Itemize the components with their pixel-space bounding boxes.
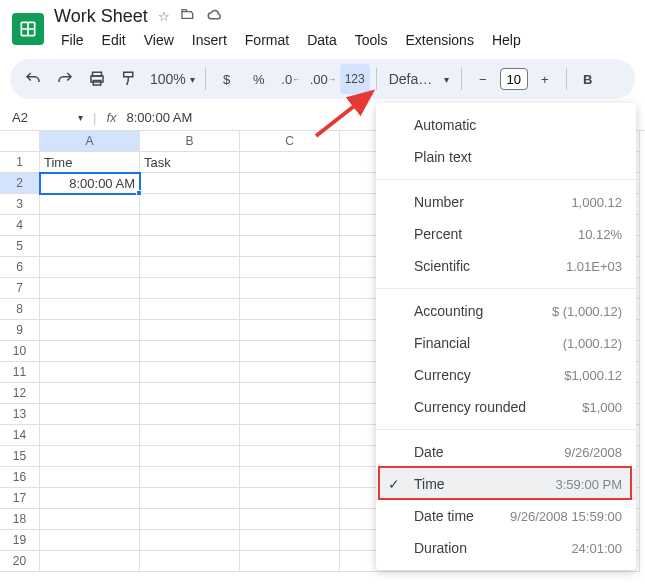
cell-C7[interactable] bbox=[240, 278, 340, 299]
col-head-C[interactable]: C bbox=[240, 131, 340, 152]
format-option-automatic[interactable]: Automatic bbox=[376, 109, 636, 141]
doc-title[interactable]: Work Sheet bbox=[54, 6, 148, 27]
cell-A2[interactable]: 8:00:00 AM bbox=[40, 173, 140, 194]
cell-B16[interactable] bbox=[140, 467, 240, 488]
cell-C15[interactable] bbox=[240, 446, 340, 467]
percent-button[interactable]: % bbox=[244, 64, 274, 94]
format-option-accounting[interactable]: Accounting$ (1,000.12) bbox=[376, 295, 636, 327]
menu-tools[interactable]: Tools bbox=[348, 29, 395, 51]
cell-B3[interactable] bbox=[140, 194, 240, 215]
format-option-financial[interactable]: Financial(1,000.12) bbox=[376, 327, 636, 359]
cell-B8[interactable] bbox=[140, 299, 240, 320]
row-head-1[interactable]: 1 bbox=[0, 152, 40, 173]
currency-button[interactable]: $ bbox=[212, 64, 242, 94]
row-head-17[interactable]: 17 bbox=[0, 488, 40, 509]
menu-edit[interactable]: Edit bbox=[95, 29, 133, 51]
cell-B13[interactable] bbox=[140, 404, 240, 425]
row-head-11[interactable]: 11 bbox=[0, 362, 40, 383]
cell-C4[interactable] bbox=[240, 215, 340, 236]
row-head-15[interactable]: 15 bbox=[0, 446, 40, 467]
cell-C16[interactable] bbox=[240, 467, 340, 488]
selection-handle[interactable] bbox=[136, 190, 142, 196]
format-option-date[interactable]: Date9/26/2008 bbox=[376, 436, 636, 468]
font-size-increase[interactable]: + bbox=[530, 64, 560, 94]
format-option-scientific[interactable]: Scientific1.01E+03 bbox=[376, 250, 636, 282]
paint-format-button[interactable] bbox=[114, 64, 144, 94]
font-size-input[interactable] bbox=[500, 68, 528, 90]
row-head-6[interactable]: 6 bbox=[0, 257, 40, 278]
cell-C12[interactable] bbox=[240, 383, 340, 404]
cell-A10[interactable] bbox=[40, 341, 140, 362]
row-head-4[interactable]: 4 bbox=[0, 215, 40, 236]
row-head-16[interactable]: 16 bbox=[0, 467, 40, 488]
cell-C14[interactable] bbox=[240, 425, 340, 446]
redo-button[interactable] bbox=[50, 64, 80, 94]
cell-C1[interactable] bbox=[240, 152, 340, 173]
cell-B4[interactable] bbox=[140, 215, 240, 236]
menu-extensions[interactable]: Extensions bbox=[398, 29, 480, 51]
row-head-3[interactable]: 3 bbox=[0, 194, 40, 215]
cell-C8[interactable] bbox=[240, 299, 340, 320]
cell-C17[interactable] bbox=[240, 488, 340, 509]
cell-B2[interactable] bbox=[140, 173, 240, 194]
row-head-9[interactable]: 9 bbox=[0, 320, 40, 341]
menu-data[interactable]: Data bbox=[300, 29, 344, 51]
menu-format[interactable]: Format bbox=[238, 29, 296, 51]
cloud-icon[interactable] bbox=[206, 6, 224, 27]
menu-help[interactable]: Help bbox=[485, 29, 528, 51]
zoom-select[interactable]: 100% ▾ bbox=[146, 64, 199, 94]
cell-C20[interactable] bbox=[240, 551, 340, 572]
cell-A13[interactable] bbox=[40, 404, 140, 425]
more-formats-button[interactable]: 123 bbox=[340, 64, 370, 94]
cell-A1[interactable]: Time bbox=[40, 152, 140, 173]
font-size-decrease[interactable]: − bbox=[468, 64, 498, 94]
cell-B12[interactable] bbox=[140, 383, 240, 404]
cell-C2[interactable] bbox=[240, 173, 340, 194]
bold-button[interactable]: B bbox=[573, 64, 603, 94]
chevron-down-icon[interactable]: ▾ bbox=[78, 112, 83, 123]
cell-C5[interactable] bbox=[240, 236, 340, 257]
row-head-20[interactable]: 20 bbox=[0, 551, 40, 572]
cell-B1[interactable]: Task bbox=[140, 152, 240, 173]
name-box[interactable]: A2 bbox=[12, 110, 68, 125]
row-head-2[interactable]: 2 bbox=[0, 173, 40, 194]
font-family-select[interactable]: Defaul…▾ bbox=[383, 64, 455, 94]
cell-A19[interactable] bbox=[40, 530, 140, 551]
cell-B10[interactable] bbox=[140, 341, 240, 362]
cell-C6[interactable] bbox=[240, 257, 340, 278]
cell-A8[interactable] bbox=[40, 299, 140, 320]
cell-A16[interactable] bbox=[40, 467, 140, 488]
row-head-19[interactable]: 19 bbox=[0, 530, 40, 551]
cell-A6[interactable] bbox=[40, 257, 140, 278]
cell-A4[interactable] bbox=[40, 215, 140, 236]
col-head-A[interactable]: A bbox=[40, 131, 140, 152]
format-option-duration[interactable]: Duration24:01:00 bbox=[376, 532, 636, 564]
cell-B19[interactable] bbox=[140, 530, 240, 551]
star-icon[interactable]: ☆ bbox=[158, 9, 170, 24]
cell-A7[interactable] bbox=[40, 278, 140, 299]
cell-B15[interactable] bbox=[140, 446, 240, 467]
cell-B20[interactable] bbox=[140, 551, 240, 572]
cell-C19[interactable] bbox=[240, 530, 340, 551]
cell-A9[interactable] bbox=[40, 320, 140, 341]
menu-insert[interactable]: Insert bbox=[185, 29, 234, 51]
cell-B18[interactable] bbox=[140, 509, 240, 530]
row-head-5[interactable]: 5 bbox=[0, 236, 40, 257]
cell-C13[interactable] bbox=[240, 404, 340, 425]
cell-A17[interactable] bbox=[40, 488, 140, 509]
format-option-date-time[interactable]: Date time9/26/2008 15:59:00 bbox=[376, 500, 636, 532]
menu-view[interactable]: View bbox=[137, 29, 181, 51]
formula-input[interactable]: 8:00:00 AM bbox=[127, 110, 193, 125]
cell-B9[interactable] bbox=[140, 320, 240, 341]
cell-B11[interactable] bbox=[140, 362, 240, 383]
cell-A14[interactable] bbox=[40, 425, 140, 446]
print-button[interactable] bbox=[82, 64, 112, 94]
cell-B14[interactable] bbox=[140, 425, 240, 446]
cell-A20[interactable] bbox=[40, 551, 140, 572]
col-head-B[interactable]: B bbox=[140, 131, 240, 152]
cell-A3[interactable] bbox=[40, 194, 140, 215]
cell-C3[interactable] bbox=[240, 194, 340, 215]
format-option-currency[interactable]: Currency$1,000.12 bbox=[376, 359, 636, 391]
row-head-10[interactable]: 10 bbox=[0, 341, 40, 362]
row-head-13[interactable]: 13 bbox=[0, 404, 40, 425]
